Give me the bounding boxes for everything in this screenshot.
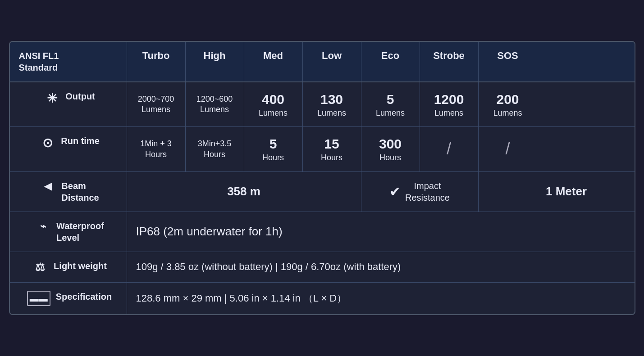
specs-table: ANSI FL1 Standard Turbo High Med Low Eco…: [9, 41, 635, 315]
spec-row: ▬▬ Specification 128.6 mm × 29 mm | 5.06…: [10, 283, 635, 314]
output-low: 130 Lumens: [303, 82, 361, 126]
output-med: 400 Lumens: [244, 82, 303, 126]
waterproof-label: Waterproof Level: [56, 220, 104, 243]
scale-icon: ⚖: [32, 260, 48, 274]
beam-icon: ◀: [40, 180, 56, 193]
beam-label-cell: ◀ Beam Distance: [10, 172, 127, 212]
output-icon: ✳: [44, 90, 60, 107]
output-strobe: 1200 Lumens: [420, 82, 479, 126]
beam-impact: ✔ Impact Resistance: [361, 172, 479, 212]
runtime-eco: 300 Hours: [361, 127, 420, 171]
weight-label-cell: ⚖ Light weight: [10, 252, 127, 282]
header-high: High: [186, 42, 244, 81]
waterproof-row: ⌁ Waterproof Level IP68 (2m underwater f…: [10, 212, 635, 252]
beam-row: ◀ Beam Distance 358 m ✔ Impact Resistanc…: [10, 172, 635, 212]
header-turbo: Turbo: [127, 42, 186, 81]
waterproof-label-cell: ⌁ Waterproof Level: [10, 212, 127, 252]
output-sos: 200 Lumens: [479, 82, 537, 126]
weight-label: Light weight: [54, 260, 107, 272]
runtime-label-cell: ⊙ Run time: [10, 127, 127, 171]
runtime-med: 5 Hours: [244, 127, 303, 171]
header-strobe: Strobe: [420, 42, 479, 81]
spec-value: 128.6 mm × 29 mm | 5.06 in × 1.14 in （L …: [127, 283, 635, 314]
output-high: 1200~600 Lumens: [186, 82, 244, 126]
ruler-icon: ▬▬: [27, 291, 50, 306]
header-sos: SOS: [479, 42, 537, 81]
output-label: Output: [65, 90, 95, 102]
runtime-turbo: 1Min + 3 Hours: [127, 127, 186, 171]
runtime-low: 15 Hours: [303, 127, 361, 171]
beam-distance: 358 m: [127, 172, 361, 212]
header-low: Low: [303, 42, 361, 81]
beam-meter: 1 Meter: [479, 172, 635, 212]
output-label-cell: ✳ Output: [10, 82, 127, 126]
runtime-strobe: /: [420, 127, 479, 171]
waterproof-icon: ⌁: [35, 220, 51, 233]
beam-label: Beam Distance: [61, 180, 99, 203]
spec-label-cell: ▬▬ Specification: [10, 283, 127, 314]
header-eco: Eco: [361, 42, 420, 81]
clock-icon: ⊙: [39, 135, 55, 151]
weight-row: ⚖ Light weight 109g / 3.85 oz (without b…: [10, 252, 635, 283]
runtime-sos: /: [479, 127, 537, 171]
runtime-label: Run time: [61, 135, 100, 147]
runtime-row: ⊙ Run time 1Min + 3 Hours 3Min+3.5 Hours…: [10, 127, 635, 171]
output-eco: 5 Lumens: [361, 82, 420, 126]
weight-value: 109g / 3.85 oz (without battery) | 190g …: [127, 252, 635, 282]
output-turbo: 2000~700 Lumens: [127, 82, 186, 126]
spec-label: Specification: [56, 291, 112, 302]
header-med: Med: [244, 42, 303, 81]
runtime-high: 3Min+3.5 Hours: [186, 127, 244, 171]
impact-icon: ✔: [389, 183, 401, 200]
waterproof-value: IP68 (2m underwater for 1h): [127, 212, 635, 252]
output-row: ✳ Output 2000~700 Lumens 1200~600 Lumens…: [10, 82, 635, 127]
table-header: ANSI FL1 Standard Turbo High Med Low Eco…: [10, 42, 635, 82]
header-standard: ANSI FL1 Standard: [10, 42, 127, 81]
